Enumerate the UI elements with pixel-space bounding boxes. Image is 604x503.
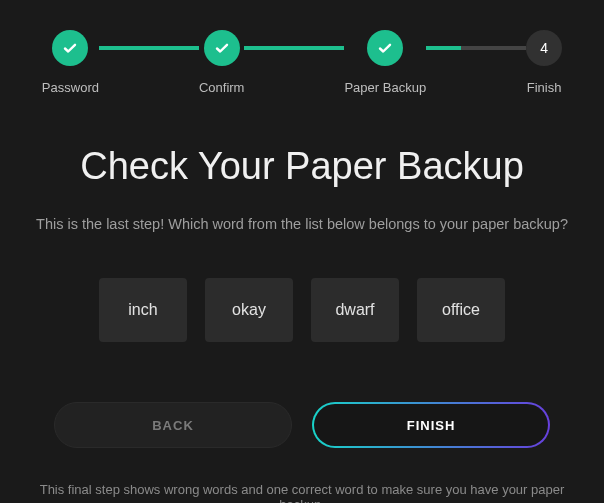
- stepper-connector: [426, 46, 526, 50]
- word-option-dwarf[interactable]: dwarf: [311, 278, 399, 342]
- stepper-connector: [244, 46, 344, 50]
- stepper: Password Confirm Paper Backup 4 Finish: [0, 0, 604, 125]
- step-password: Password: [42, 30, 99, 95]
- word-option-inch[interactable]: inch: [99, 278, 187, 342]
- footer-note: This final step shows wrong words and on…: [0, 482, 604, 503]
- page-subtitle: This is the last step! Which word from t…: [0, 216, 604, 232]
- step-circle-done: [204, 30, 240, 66]
- step-circle-done: [52, 30, 88, 66]
- step-label: Paper Backup: [344, 80, 426, 95]
- back-button[interactable]: BACK: [54, 402, 292, 448]
- word-option-office[interactable]: office: [417, 278, 505, 342]
- step-label: Confirm: [199, 80, 245, 95]
- step-circle-pending: 4: [526, 30, 562, 66]
- button-row: BACK FINISH: [0, 402, 604, 448]
- word-option-okay[interactable]: okay: [205, 278, 293, 342]
- check-icon: [62, 40, 78, 56]
- finish-button[interactable]: FINISH: [312, 402, 550, 448]
- step-number: 4: [540, 40, 548, 56]
- step-label: Password: [42, 80, 99, 95]
- check-icon: [214, 40, 230, 56]
- page-title: Check Your Paper Backup: [0, 145, 604, 188]
- check-icon: [377, 40, 393, 56]
- word-row: inch okay dwarf office: [0, 278, 604, 342]
- step-label: Finish: [527, 80, 562, 95]
- step-paper-backup: Paper Backup: [344, 30, 426, 95]
- step-finish: 4 Finish: [526, 30, 562, 95]
- step-circle-done: [367, 30, 403, 66]
- stepper-connector: [99, 46, 199, 50]
- step-confirm: Confirm: [199, 30, 245, 95]
